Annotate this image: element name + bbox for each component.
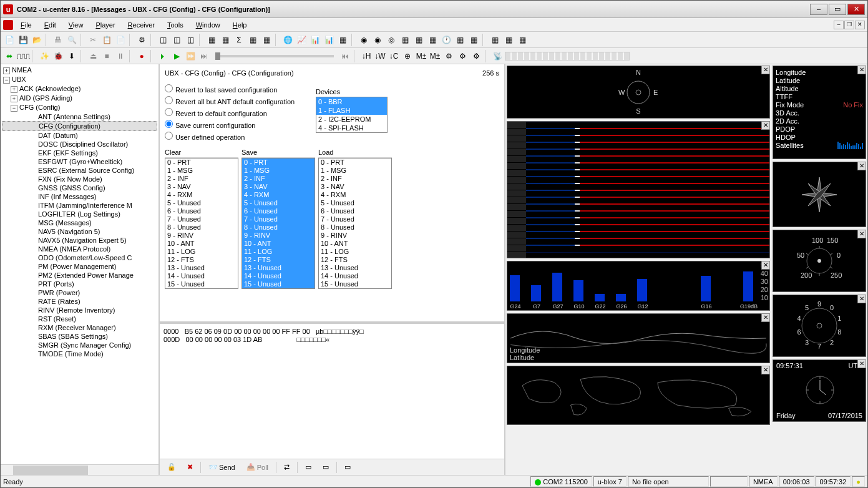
remove-button[interactable]: ✖ bbox=[183, 462, 197, 472]
tree-cfg-item[interactable]: ANT (Antenna Settings) bbox=[2, 112, 157, 121]
tree-cfg-item[interactable]: RST (Reset) bbox=[2, 315, 157, 323]
cfg-list-item[interactable]: 0 - PRT bbox=[165, 159, 238, 167]
clock-close[interactable]: ✕ bbox=[857, 359, 866, 368]
satgrid-close[interactable]: ✕ bbox=[761, 121, 770, 130]
cfg-list-item[interactable]: 11 - LOG bbox=[165, 248, 238, 256]
cfg-list-item[interactable]: 9 - RINV bbox=[319, 232, 391, 240]
cfg-list-item[interactable]: 12 - FTS bbox=[242, 256, 315, 264]
print-preview-icon[interactable]: 🔍 bbox=[66, 34, 78, 46]
bars-icon[interactable]: 📊 bbox=[309, 34, 321, 46]
cfg-list-item[interactable]: 9 - RINV bbox=[242, 232, 315, 240]
m3-icon[interactable]: M± bbox=[429, 50, 441, 62]
tree-cfg-item[interactable]: ESRC (External Source Config) bbox=[2, 166, 157, 175]
paste-icon[interactable]: 📄 bbox=[114, 34, 127, 46]
posinfo-close[interactable]: ✕ bbox=[857, 66, 866, 74]
tree-cfg-item[interactable]: RXM (Receiver Manager) bbox=[2, 323, 157, 332]
send-button[interactable]: 📨 Send bbox=[205, 462, 239, 472]
mdi-minimize[interactable]: – bbox=[834, 21, 844, 29]
cfg-list-item[interactable]: 7 - Unused bbox=[165, 215, 238, 223]
pulse-icon[interactable]: ⎍⎍⎍ bbox=[17, 50, 29, 62]
cut-icon[interactable]: ✂ bbox=[87, 34, 99, 46]
wand-icon[interactable]: ✨ bbox=[38, 50, 51, 62]
maximize-button[interactable]: ▭ bbox=[829, 4, 846, 15]
cfg-list-item[interactable]: 10 - ANT bbox=[165, 240, 238, 248]
menu-tools[interactable]: Tools bbox=[162, 20, 188, 30]
cfg-list-item[interactable]: 8 - Unused bbox=[319, 223, 391, 232]
menu-receiver[interactable]: Receiver bbox=[123, 20, 160, 30]
device-option[interactable]: 2 - I2C-EEPROM bbox=[316, 115, 387, 124]
w5-icon[interactable]: ▦ bbox=[412, 34, 425, 46]
w9-icon[interactable]: ▦ bbox=[467, 34, 480, 46]
config-icon[interactable]: ⚙ bbox=[135, 34, 148, 46]
w2-icon[interactable]: ◉ bbox=[371, 34, 384, 46]
tree-cfg-item[interactable]: PRT (Ports) bbox=[2, 280, 157, 288]
gauge1-close[interactable]: ✕ bbox=[857, 230, 866, 238]
view3-icon[interactable]: ◫ bbox=[184, 34, 197, 46]
cfg-list-item[interactable]: 10 - ANT bbox=[319, 240, 391, 248]
cfg-list-item[interactable]: 8 - Unused bbox=[165, 223, 238, 232]
cfg-list-item[interactable]: 11 - LOG bbox=[242, 248, 315, 256]
download-icon[interactable]: ⬇ bbox=[66, 50, 78, 62]
cfg-list-item[interactable]: 10 - ANT bbox=[242, 240, 315, 248]
save-list[interactable]: 0 - PRT1 - MSG2 - INF3 - NAV4 - RXM5 - U… bbox=[241, 158, 315, 289]
cfg-list-item[interactable]: 4 - RXM bbox=[242, 191, 315, 199]
x3-icon[interactable]: ▦ bbox=[516, 34, 529, 46]
stop-icon[interactable]: ■ bbox=[100, 50, 113, 62]
tree-cfg-item[interactable]: NAVX5 (Navigation Expert 5) bbox=[2, 236, 157, 245]
sigbars-close[interactable]: ✕ bbox=[761, 261, 770, 270]
cfg-list-item[interactable]: 5 - Unused bbox=[242, 199, 315, 207]
delete-button[interactable]: 🔓 bbox=[163, 462, 180, 472]
tree-hscroll[interactable] bbox=[1, 464, 158, 475]
hex-dump[interactable]: 0000 B5 62 06 09 0D 00 00 00 00 00 FF FF… bbox=[160, 321, 504, 459]
eject-icon[interactable]: ⏏ bbox=[87, 50, 99, 62]
device-option[interactable]: 4 - SPI-FLASH bbox=[316, 124, 387, 132]
tree-ubx[interactable]: −UBX bbox=[2, 75, 157, 84]
w3-icon[interactable]: ◎ bbox=[385, 34, 397, 46]
w8-icon[interactable]: ▦ bbox=[454, 34, 466, 46]
pause-icon[interactable]: ⏸ bbox=[114, 50, 127, 62]
w4-icon[interactable]: ▦ bbox=[399, 34, 411, 46]
cfg-list-item[interactable]: 2 - INF bbox=[242, 175, 315, 183]
cfg-list-item[interactable]: 0 - PRT bbox=[319, 159, 391, 167]
tree-cfg-item[interactable]: PM (Power Management) bbox=[2, 262, 157, 271]
tree-cfg-item[interactable]: ITFM (Jamming/Interference M bbox=[2, 201, 157, 210]
tree-nmea[interactable]: +NMEA bbox=[2, 66, 157, 75]
cfg-list-item[interactable]: 1 - MSG bbox=[242, 167, 315, 175]
tree-cfg-item[interactable]: PM2 (Extended Power Manage bbox=[2, 271, 157, 280]
menu-file[interactable]: File bbox=[16, 20, 37, 30]
hot-c-icon[interactable]: ↓C bbox=[388, 50, 400, 62]
panel2-icon[interactable]: ▦ bbox=[219, 34, 232, 46]
world-close[interactable]: ✕ bbox=[761, 366, 770, 374]
cfg-list-item[interactable]: 8 - Unused bbox=[242, 223, 315, 232]
bug-icon[interactable]: 🐞 bbox=[52, 50, 64, 62]
menu-player[interactable]: Player bbox=[90, 20, 120, 30]
cfg-list-item[interactable]: 1 - MSG bbox=[319, 167, 391, 175]
w7-icon[interactable]: 🕐 bbox=[440, 34, 452, 46]
x1-icon[interactable]: ▦ bbox=[489, 34, 501, 46]
tree-cfg-item[interactable]: GNSS (GNSS Config) bbox=[2, 183, 157, 192]
view1-icon[interactable]: ◫ bbox=[157, 34, 169, 46]
skip-icon[interactable]: ⏭ bbox=[198, 50, 210, 62]
tree-cfg-item[interactable]: INF (Inf Messages) bbox=[2, 192, 157, 201]
cfg-list-item[interactable]: 15 - Unused bbox=[319, 280, 391, 288]
player-slider[interactable] bbox=[215, 55, 334, 57]
ab2-icon[interactable]: ▭ bbox=[301, 462, 315, 472]
tree-aid[interactable]: +AID (GPS Aiding) bbox=[2, 94, 157, 103]
w6-icon[interactable]: ▦ bbox=[426, 34, 439, 46]
cfg-list-item[interactable]: 14 - Unused bbox=[165, 272, 238, 280]
end-icon[interactable]: ⏮ bbox=[339, 50, 351, 62]
x2-icon[interactable]: ▦ bbox=[502, 34, 515, 46]
tree-cfg-item[interactable]: NAV5 (Navigation 5) bbox=[2, 227, 157, 236]
gauge2-close[interactable]: ✕ bbox=[857, 295, 866, 303]
gear1-icon[interactable]: ⚙ bbox=[442, 50, 455, 62]
cfg-list-item[interactable]: 15 - Unused bbox=[165, 280, 238, 288]
w1-icon[interactable]: ◉ bbox=[358, 34, 370, 46]
copy-icon[interactable]: 📋 bbox=[100, 34, 113, 46]
devices-list[interactable]: 0 - BBR1 - FLASH2 - I2C-EEPROM4 - SPI-FL… bbox=[316, 97, 388, 133]
connect-icon[interactable]: ⬌ bbox=[3, 50, 16, 62]
compass-close[interactable]: ✕ bbox=[761, 66, 770, 74]
cfg-list-item[interactable]: 5 - Unused bbox=[165, 199, 238, 207]
cfg-list-item[interactable]: 4 - RXM bbox=[319, 191, 391, 199]
device-option[interactable]: 0 - BBR bbox=[316, 97, 387, 106]
close-button[interactable]: ✕ bbox=[847, 4, 865, 15]
